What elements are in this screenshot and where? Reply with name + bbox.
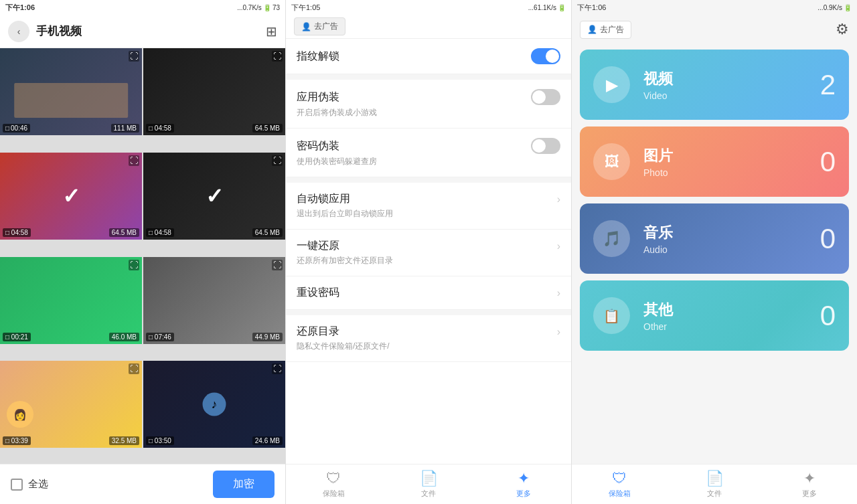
chevron-right-icon: › <box>557 287 560 299</box>
settings-divider <box>286 74 571 80</box>
setting-auto-lock[interactable]: 自动锁应用 › 退出到后台立即自动锁应用 <box>286 183 571 230</box>
card-audio[interactable]: 🎵 音乐 Audio 0 <box>580 203 849 274</box>
chevron-right-icon: › <box>557 193 560 205</box>
video-card-icon: ▶ <box>593 66 630 103</box>
setting-restore[interactable]: 一键还原 › 还原所有加密文件还原目录 <box>286 230 571 276</box>
signal-3: ...0.9K/s <box>817 4 842 11</box>
audio-title-cn: 音乐 <box>643 223 820 243</box>
app-disguise-title: 应用伪装 <box>297 90 339 104</box>
app-disguise-toggle[interactable] <box>531 89 560 105</box>
video-info-1: □ 00:46 111 MB <box>3 124 139 133</box>
nav-safe-3[interactable]: 🛡 保险箱 <box>572 470 667 499</box>
remove-ads-button[interactable]: 👤 去广告 <box>294 17 345 35</box>
setting-restore-dir[interactable]: 还原目录 › 隐私文件保险箱/还原文件/ <box>286 315 571 362</box>
card-other[interactable]: 📋 其他 Other 0 <box>580 280 849 351</box>
video-item[interactable]: ⛶ □ 00:46 111 MB <box>0 48 142 135</box>
setting-app-disguise[interactable]: 应用伪装 开启后将伪装成小游戏 <box>286 80 571 129</box>
audio-title-en: Audio <box>643 244 820 255</box>
nav-more-label-3: 更多 <box>802 489 817 499</box>
nav-more-2[interactable]: ✦ 更多 <box>476 470 571 499</box>
settings-divider-2 <box>286 177 571 183</box>
other-card-icon: 📋 <box>593 297 630 334</box>
safe-nav-icon-3: 🛡 <box>612 470 627 487</box>
video-size-2: 64.5 MB <box>252 124 283 133</box>
remove-ads-button-3[interactable]: 👤 去广告 <box>580 21 631 39</box>
video-size-1: 111 MB <box>111 124 139 133</box>
video-item[interactable]: ⛶ ♪ □ 03:50 24.6 MB <box>143 361 285 448</box>
video-item[interactable]: ⛶ □ 00:21 46.0 MB <box>0 257 142 344</box>
more-icon: ✦ <box>518 470 530 487</box>
restore-sub: 还原所有加密文件还原目录 <box>297 255 393 266</box>
video-item[interactable]: ⛶ □ 04:58 64.5 MB <box>143 48 285 135</box>
video-item[interactable]: ⛶ □ 07:46 44.9 MB <box>143 257 285 344</box>
card-video[interactable]: ▶ 视频 Video 2 <box>580 50 849 120</box>
video-duration-8: □ 03:50 <box>146 436 174 445</box>
fingerprint-title: 指纹解锁 <box>297 50 339 64</box>
settings-gear-icon[interactable]: ⚙ <box>836 21 849 38</box>
select-all-checkbox[interactable] <box>11 479 23 491</box>
video-size-5: 46.0 MB <box>109 333 139 341</box>
status-icons-1: ...0.7K/s 🔋 73 <box>237 4 280 11</box>
reset-pwd-title: 重设密码 <box>297 286 339 300</box>
audio-card-text: 音乐 Audio <box>643 223 820 255</box>
video-count: 2 <box>820 69 836 101</box>
video-grid: ⛶ □ 00:46 111 MB ⛶ □ 04:58 64.5 MB ✓ ⛶ □… <box>0 48 285 464</box>
back-button[interactable]: ‹ <box>8 21 29 42</box>
other-count: 0 <box>820 300 836 332</box>
video-item[interactable]: ✓ ⛶ □ 04:58 64.5 MB <box>143 153 285 240</box>
video-duration-3: □ 04:58 <box>3 228 31 237</box>
time-2: 下午1:05 <box>291 3 320 13</box>
video-info-6: □ 07:46 44.9 MB <box>146 333 283 341</box>
settings-divider-3 <box>286 310 571 315</box>
play-icon: ▶ <box>606 76 618 94</box>
setting-fingerprint[interactable]: 指纹解锁 <box>286 39 571 74</box>
battery-icon-3: 🔋 <box>844 4 852 11</box>
nav-files-2[interactable]: 📄 文件 <box>381 470 476 499</box>
video-info-8: □ 03:50 24.6 MB <box>146 436 283 445</box>
time-1: 下午1:06 <box>5 3 35 13</box>
video-item[interactable]: ⛶ 👩 □ 03:39 32.5 MB <box>0 361 142 448</box>
nav-files-3[interactable]: 📄 文件 <box>667 470 762 499</box>
nav-more-3[interactable]: ✦ 更多 <box>762 470 857 499</box>
photo-count: 0 <box>820 146 836 178</box>
panel3-header: 👤 去广告 ⚙ <box>572 15 857 44</box>
fullscreen-icon: ⛶ <box>129 363 139 374</box>
chevron-right-icon: › <box>557 240 560 252</box>
select-all-label: 全选 <box>28 478 48 491</box>
pwd-disguise-sub: 使用伪装密码躲避查房 <box>297 156 377 167</box>
camera-icon: □ <box>5 124 9 132</box>
status-icons-3: ...0.9K/s 🔋 <box>817 4 852 11</box>
video-duration-4: □ 04:58 <box>146 228 174 237</box>
video-card-text: 视频 Video <box>643 69 820 101</box>
select-all-control[interactable]: 全选 <box>11 478 48 491</box>
user-icon: 👤 <box>301 22 311 31</box>
photo-icon: 🖼 <box>605 153 619 171</box>
grid-view-icon[interactable]: ⊞ <box>266 23 277 39</box>
panel2-bottom-nav: 🛡 保险箱 📄 文件 ✦ 更多 <box>286 464 571 504</box>
pwd-disguise-title: 密码伪装 <box>297 139 339 153</box>
video-title-cn: 视频 <box>643 69 820 89</box>
more-nav-icon-3: ✦ <box>803 470 815 487</box>
video-duration-5: □ 00:21 <box>3 333 31 341</box>
setting-reset-pwd[interactable]: 重设密码 › <box>286 276 571 310</box>
nav-safe-2[interactable]: 🛡 保险箱 <box>286 470 381 499</box>
photo-card-text: 图片 Photo <box>643 146 820 178</box>
setting-pwd-disguise[interactable]: 密码伪装 使用伪装密码躲避查房 <box>286 129 571 177</box>
panel-phone-video: 下午1:06 ...0.7K/s 🔋 73 ‹ 手机视频 ⊞ ⛶ □ 00:46… <box>0 0 286 504</box>
fullscreen-icon: ⛶ <box>272 51 283 62</box>
video-info-5: □ 00:21 46.0 MB <box>3 333 139 341</box>
safe-icon: 🛡 <box>326 470 341 487</box>
fullscreen-icon: ⛶ <box>129 155 139 166</box>
encrypt-button[interactable]: 加密 <box>213 471 275 498</box>
pwd-disguise-toggle[interactable] <box>531 138 560 154</box>
restore-dir-sub: 隐私文件保险箱/还原文件/ <box>297 341 390 352</box>
fingerprint-toggle[interactable] <box>531 48 560 64</box>
video-size-8: 24.6 MB <box>252 436 283 445</box>
battery-1: 73 <box>272 4 280 11</box>
photo-card-icon: 🖼 <box>593 143 630 180</box>
other-card-text: 其他 Other <box>643 300 820 332</box>
auto-lock-title: 自动锁应用 <box>297 192 350 206</box>
card-photo[interactable]: 🖼 图片 Photo 0 <box>580 127 849 197</box>
page-title-1: 手机视频 <box>36 23 266 39</box>
video-item[interactable]: ✓ ⛶ □ 04:58 64.5 MB <box>0 153 142 240</box>
